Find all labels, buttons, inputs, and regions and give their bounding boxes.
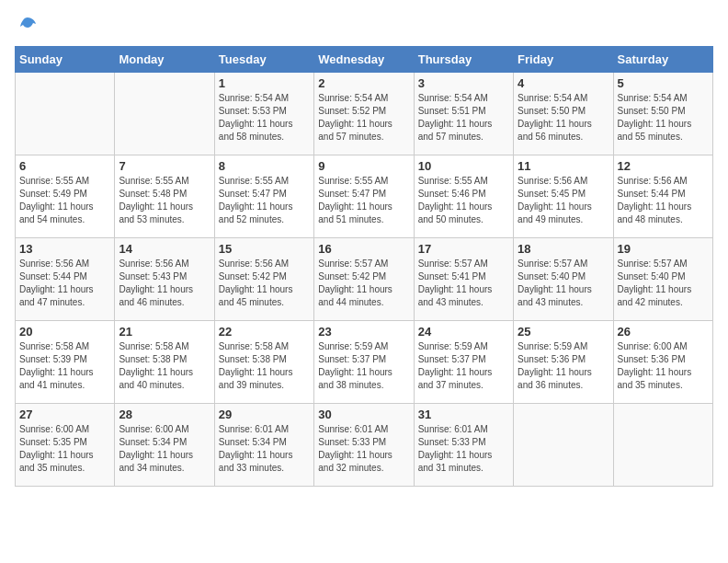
day-number: 14 (119, 242, 210, 256)
calendar-cell: 24Sunrise: 5:59 AMSunset: 5:37 PMDayligh… (414, 321, 513, 404)
calendar-cell: 21Sunrise: 5:58 AMSunset: 5:38 PMDayligh… (115, 321, 214, 404)
header-day-tuesday: Tuesday (214, 47, 313, 73)
calendar-cell: 27Sunrise: 6:00 AMSunset: 5:35 PMDayligh… (16, 404, 115, 487)
calendar-cell: 6Sunrise: 5:55 AMSunset: 5:49 PMDaylight… (16, 155, 115, 238)
day-info: Sunrise: 5:56 AMSunset: 5:43 PMDaylight:… (119, 258, 210, 309)
header-day-saturday: Saturday (613, 47, 712, 73)
calendar-cell: 9Sunrise: 5:55 AMSunset: 5:47 PMDaylight… (314, 155, 414, 238)
day-info: Sunrise: 5:57 AMSunset: 5:40 PMDaylight:… (618, 258, 709, 309)
calendar-cell: 7Sunrise: 5:55 AMSunset: 5:48 PMDaylight… (115, 155, 214, 238)
day-info: Sunrise: 6:00 AMSunset: 5:35 PMDaylight:… (19, 423, 110, 475)
day-number: 6 (19, 159, 110, 173)
calendar-cell: 29Sunrise: 6:01 AMSunset: 5:34 PMDayligh… (214, 404, 313, 487)
day-number: 23 (318, 325, 409, 339)
calendar-cell: 17Sunrise: 5:57 AMSunset: 5:41 PMDayligh… (414, 238, 513, 321)
day-number: 27 (19, 408, 110, 421)
day-number: 20 (19, 325, 110, 339)
day-info: Sunrise: 6:00 AMSunset: 5:34 PMDaylight:… (119, 423, 210, 475)
day-number: 31 (418, 408, 509, 421)
day-info: Sunrise: 5:59 AMSunset: 5:37 PMDaylight:… (318, 340, 409, 392)
day-info: Sunrise: 5:56 AMSunset: 5:45 PMDaylight:… (518, 175, 609, 226)
calendar-week-2: 13Sunrise: 5:56 AMSunset: 5:44 PMDayligh… (16, 238, 713, 321)
logo (15, 15, 39, 37)
day-info: Sunrise: 5:58 AMSunset: 5:38 PMDaylight:… (119, 340, 210, 392)
day-number: 25 (518, 325, 609, 339)
calendar-cell: 26Sunrise: 6:00 AMSunset: 5:36 PMDayligh… (613, 321, 712, 404)
day-number: 2 (318, 76, 409, 90)
day-number: 24 (418, 325, 509, 339)
calendar-body: 1Sunrise: 5:54 AMSunset: 5:53 PMDaylight… (16, 73, 713, 487)
day-number: 1 (219, 76, 310, 90)
day-number: 12 (618, 159, 709, 173)
calendar-cell (115, 73, 214, 155)
calendar-cell: 5Sunrise: 5:54 AMSunset: 5:50 PMDaylight… (613, 73, 712, 155)
day-info: Sunrise: 6:01 AMSunset: 5:34 PMDaylight:… (219, 423, 310, 475)
day-info: Sunrise: 6:01 AMSunset: 5:33 PMDaylight:… (418, 423, 509, 475)
day-info: Sunrise: 5:54 AMSunset: 5:53 PMDaylight:… (219, 92, 310, 144)
day-number: 3 (418, 76, 509, 90)
day-info: Sunrise: 5:55 AMSunset: 5:49 PMDaylight:… (19, 175, 110, 226)
day-info: Sunrise: 5:54 AMSunset: 5:51 PMDaylight:… (418, 92, 509, 144)
calendar-cell (16, 73, 115, 155)
calendar-cell: 20Sunrise: 5:58 AMSunset: 5:39 PMDayligh… (16, 321, 115, 404)
day-info: Sunrise: 5:56 AMSunset: 5:44 PMDaylight:… (19, 258, 110, 309)
day-number: 26 (618, 325, 709, 339)
calendar-cell: 3Sunrise: 5:54 AMSunset: 5:51 PMDaylight… (414, 73, 513, 155)
calendar-table: SundayMondayTuesdayWednesdayThursdayFrid… (15, 46, 713, 487)
day-info: Sunrise: 5:57 AMSunset: 5:42 PMDaylight:… (318, 258, 409, 309)
calendar-week-4: 27Sunrise: 6:00 AMSunset: 5:35 PMDayligh… (16, 404, 713, 487)
day-number: 5 (618, 76, 709, 90)
day-number: 17 (418, 242, 509, 256)
day-number: 4 (518, 76, 609, 90)
calendar-cell: 16Sunrise: 5:57 AMSunset: 5:42 PMDayligh… (314, 238, 414, 321)
day-info: Sunrise: 5:55 AMSunset: 5:47 PMDaylight:… (318, 175, 409, 226)
day-info: Sunrise: 5:55 AMSunset: 5:48 PMDaylight:… (119, 175, 210, 226)
calendar-cell: 31Sunrise: 6:01 AMSunset: 5:33 PMDayligh… (414, 404, 513, 487)
day-number: 8 (219, 159, 310, 173)
calendar-cell: 2Sunrise: 5:54 AMSunset: 5:52 PMDaylight… (314, 73, 414, 155)
calendar-cell: 23Sunrise: 5:59 AMSunset: 5:37 PMDayligh… (314, 321, 414, 404)
day-number: 9 (318, 159, 409, 173)
day-number: 28 (119, 408, 210, 421)
calendar-cell: 13Sunrise: 5:56 AMSunset: 5:44 PMDayligh… (16, 238, 115, 321)
day-info: Sunrise: 6:01 AMSunset: 5:33 PMDaylight:… (318, 423, 409, 475)
day-info: Sunrise: 5:54 AMSunset: 5:50 PMDaylight:… (618, 92, 709, 144)
day-number: 7 (119, 159, 210, 173)
day-number: 30 (318, 408, 409, 421)
day-number: 18 (518, 242, 609, 256)
calendar-cell: 14Sunrise: 5:56 AMSunset: 5:43 PMDayligh… (115, 238, 214, 321)
day-info: Sunrise: 5:58 AMSunset: 5:39 PMDaylight:… (19, 340, 110, 392)
day-number: 21 (119, 325, 210, 339)
calendar-week-3: 20Sunrise: 5:58 AMSunset: 5:39 PMDayligh… (16, 321, 713, 404)
day-info: Sunrise: 5:55 AMSunset: 5:46 PMDaylight:… (418, 175, 509, 226)
day-info: Sunrise: 5:57 AMSunset: 5:40 PMDaylight:… (518, 258, 609, 309)
header-day-thursday: Thursday (414, 47, 513, 73)
calendar-cell: 10Sunrise: 5:55 AMSunset: 5:46 PMDayligh… (414, 155, 513, 238)
day-info: Sunrise: 5:58 AMSunset: 5:38 PMDaylight:… (219, 340, 310, 392)
calendar-cell: 18Sunrise: 5:57 AMSunset: 5:40 PMDayligh… (514, 238, 613, 321)
day-number: 10 (418, 159, 509, 173)
logo-bird-icon (17, 15, 39, 37)
calendar-cell: 11Sunrise: 5:56 AMSunset: 5:45 PMDayligh… (514, 155, 613, 238)
day-info: Sunrise: 5:59 AMSunset: 5:37 PMDaylight:… (418, 340, 509, 392)
day-info: Sunrise: 5:57 AMSunset: 5:41 PMDaylight:… (418, 258, 509, 309)
calendar-cell: 25Sunrise: 5:59 AMSunset: 5:36 PMDayligh… (514, 321, 613, 404)
day-number: 13 (19, 242, 110, 256)
day-number: 22 (219, 325, 310, 339)
calendar-cell: 4Sunrise: 5:54 AMSunset: 5:50 PMDaylight… (514, 73, 613, 155)
day-number: 19 (618, 242, 709, 256)
day-info: Sunrise: 5:56 AMSunset: 5:44 PMDaylight:… (618, 175, 709, 226)
header-day-monday: Monday (115, 47, 214, 73)
logo-text (15, 15, 39, 37)
calendar-cell: 28Sunrise: 6:00 AMSunset: 5:34 PMDayligh… (115, 404, 214, 487)
calendar-cell: 12Sunrise: 5:56 AMSunset: 5:44 PMDayligh… (613, 155, 712, 238)
calendar-cell: 19Sunrise: 5:57 AMSunset: 5:40 PMDayligh… (613, 238, 712, 321)
header-day-sunday: Sunday (16, 47, 115, 73)
calendar-cell: 8Sunrise: 5:55 AMSunset: 5:47 PMDaylight… (214, 155, 313, 238)
day-number: 11 (518, 159, 609, 173)
header-day-wednesday: Wednesday (314, 47, 414, 73)
day-number: 15 (219, 242, 310, 256)
page-header (15, 15, 713, 37)
day-info: Sunrise: 6:00 AMSunset: 5:36 PMDaylight:… (618, 340, 709, 392)
calendar-cell: 1Sunrise: 5:54 AMSunset: 5:53 PMDaylight… (214, 73, 313, 155)
